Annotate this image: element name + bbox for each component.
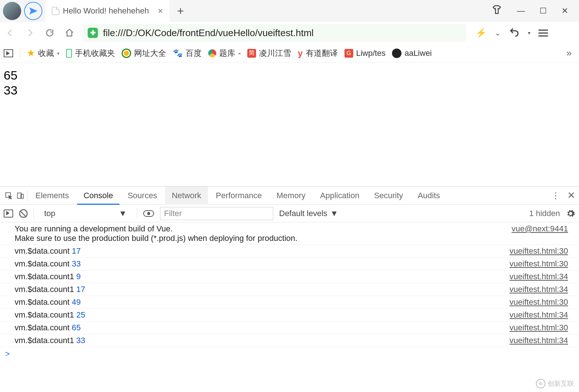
devtools-more-button[interactable]: ⋮ xyxy=(551,191,560,201)
console-message: vm.$data.count1 17 xyxy=(15,285,85,294)
window-maximize-button[interactable]: ☐ xyxy=(540,6,547,16)
console-sidebar-icon[interactable] xyxy=(4,210,13,218)
reload-button[interactable] xyxy=(43,26,56,39)
console-source-link[interactable]: vueiftest.html:30 xyxy=(510,323,568,333)
inspect-element-icon[interactable] xyxy=(4,191,14,201)
console-value: 33 xyxy=(72,259,81,268)
devtools-panel: Elements Console Sources Network Perform… xyxy=(0,186,579,392)
bookmark-phone-fav[interactable]: 手机收藏夹 xyxy=(66,48,115,59)
devtools-close-button[interactable]: ✕ xyxy=(567,190,575,201)
console-value: 17 xyxy=(72,246,81,255)
window-close-button[interactable]: ✕ xyxy=(561,6,568,16)
console-log-row: vm.$data.count1 33vueiftest.html:34 xyxy=(0,334,579,347)
tab-sources[interactable]: Sources xyxy=(121,187,164,205)
console-warning: You are running a development build of V… xyxy=(0,222,579,245)
bookmark-label: 有道翻译 xyxy=(306,48,338,59)
home-button[interactable] xyxy=(63,26,76,39)
console-source-link[interactable]: vueiftest.html:34 xyxy=(510,285,568,294)
page-line-1: 65 xyxy=(4,68,575,83)
console-log-row: vm.$data.count 17vueiftest.html:30 xyxy=(0,245,579,258)
console-source-link[interactable]: vueiftest.html:30 xyxy=(510,259,568,269)
console-source-link[interactable]: vueiftest.html:34 xyxy=(510,272,568,281)
browser-tab[interactable]: Hello World! heheheheh × xyxy=(45,0,169,22)
bolt-icon[interactable]: ⚡ xyxy=(476,28,487,38)
bookmark-label: 题库 xyxy=(219,48,235,59)
hidden-count[interactable]: 1 hidden xyxy=(529,209,560,218)
console-message: vm.$data.count 65 xyxy=(15,323,81,333)
bookmark-tiku[interactable]: 题库 - xyxy=(208,48,241,59)
tab-network[interactable]: Network xyxy=(165,187,208,205)
tab-security[interactable]: Security xyxy=(367,187,410,205)
phone-icon xyxy=(66,49,72,58)
tab-audits[interactable]: Audits xyxy=(411,187,446,205)
console-prompt[interactable]: > xyxy=(0,347,579,361)
window-controls: — ☐ ✕ xyxy=(491,4,579,18)
console-log-row: vm.$data.count1 17vueiftest.html:34 xyxy=(0,283,579,296)
jian-icon: 简 xyxy=(247,49,256,58)
bookmark-label: 百度 xyxy=(186,48,202,59)
live-expression-icon[interactable] xyxy=(143,210,154,217)
page-content: 65 33 xyxy=(0,63,579,103)
bookmark-baidu[interactable]: 🐾百度 xyxy=(173,48,202,59)
console-value: 9 xyxy=(76,272,81,281)
console-value: 17 xyxy=(76,285,85,294)
chevron-down-icon[interactable]: ⌄ xyxy=(495,28,501,37)
tab-title: Hello World! heheheheh xyxy=(63,6,153,16)
tab-console[interactable]: Console xyxy=(77,187,120,205)
console-output: You are running a development build of V… xyxy=(0,222,579,392)
page-icon xyxy=(52,7,59,15)
nav-forward-button[interactable] xyxy=(23,26,37,39)
chevron-down-icon: ▾ xyxy=(57,50,60,56)
bookmark-label: 凌川江雪 xyxy=(259,48,291,59)
separator xyxy=(34,208,34,219)
bookmark-aaliwei[interactable]: aaLiwei xyxy=(392,49,432,58)
baidu-icon: 🐾 xyxy=(173,49,183,58)
console-source-link[interactable]: vueiftest.html:34 xyxy=(510,336,568,345)
bookmarks-overflow-button[interactable]: » xyxy=(567,47,572,59)
menu-button[interactable] xyxy=(538,30,548,36)
console-log-row: vm.$data.count1 25vueiftest.html:34 xyxy=(0,309,579,322)
device-toolbar-icon[interactable] xyxy=(15,191,26,201)
console-value: 33 xyxy=(76,336,85,345)
log-levels-selector[interactable]: Default levels▼ xyxy=(279,209,338,218)
bookmark-liwp[interactable]: GLiwp/tes xyxy=(344,49,386,58)
new-tab-button[interactable]: + xyxy=(169,4,191,18)
console-source-link[interactable]: vue@next:9441 xyxy=(512,224,568,243)
address-bar: ✚ file:///D:/OK/Code/frontEnd/vueHello/v… xyxy=(0,22,579,44)
tab-performance[interactable]: Performance xyxy=(209,187,268,205)
console-source-link[interactable]: vueiftest.html:34 xyxy=(510,310,568,320)
console-value: 49 xyxy=(72,297,81,307)
console-message: vm.$data.count 49 xyxy=(15,297,81,307)
page-line-2: 33 xyxy=(4,83,575,98)
devtools-tabbar: Elements Console Sources Network Perform… xyxy=(0,187,579,205)
console-log-row: vm.$data.count1 9vueiftest.html:34 xyxy=(0,270,579,283)
separator xyxy=(27,190,27,201)
clear-console-icon[interactable] xyxy=(19,209,28,218)
tab-elements[interactable]: Elements xyxy=(29,187,76,205)
console-log-row: vm.$data.count 65vueiftest.html:30 xyxy=(0,322,579,334)
nav-back-button[interactable] xyxy=(4,26,17,39)
console-settings-icon[interactable] xyxy=(566,209,575,218)
tab-memory[interactable]: Memory xyxy=(270,187,312,205)
bookmark-sites-all[interactable]: 网址大全 xyxy=(122,48,166,59)
bookmark-youdao[interactable]: y有道翻译 xyxy=(298,48,338,59)
profile-avatar[interactable] xyxy=(3,2,21,20)
window-minimize-button[interactable]: — xyxy=(517,6,525,16)
tab-application[interactable]: Application xyxy=(313,187,366,205)
favorites-button[interactable]: ★收藏▾ xyxy=(27,47,60,59)
sidebar-toggle-icon[interactable] xyxy=(4,49,13,57)
context-selector[interactable]: top▼ xyxy=(40,207,131,220)
console-message: vm.$data.count 33 xyxy=(15,259,81,269)
bookmark-lingchuan[interactable]: 简凌川江雪 xyxy=(247,48,291,59)
tab-close-button[interactable]: × xyxy=(158,6,163,16)
tshirt-icon[interactable] xyxy=(491,4,502,18)
url-box[interactable]: ✚ file:///D:/OK/Code/frontEnd/vueHello/v… xyxy=(83,24,466,42)
send-icon[interactable] xyxy=(24,2,42,20)
console-message: vm.$data.count1 9 xyxy=(15,272,81,281)
console-source-link[interactable]: vueiftest.html:30 xyxy=(510,297,568,307)
undo-button[interactable] xyxy=(509,27,520,39)
tiku-icon xyxy=(208,49,216,57)
console-source-link[interactable]: vueiftest.html:30 xyxy=(510,246,568,256)
filter-input[interactable]: Filter xyxy=(160,207,273,220)
youdao-icon: y xyxy=(298,48,302,58)
